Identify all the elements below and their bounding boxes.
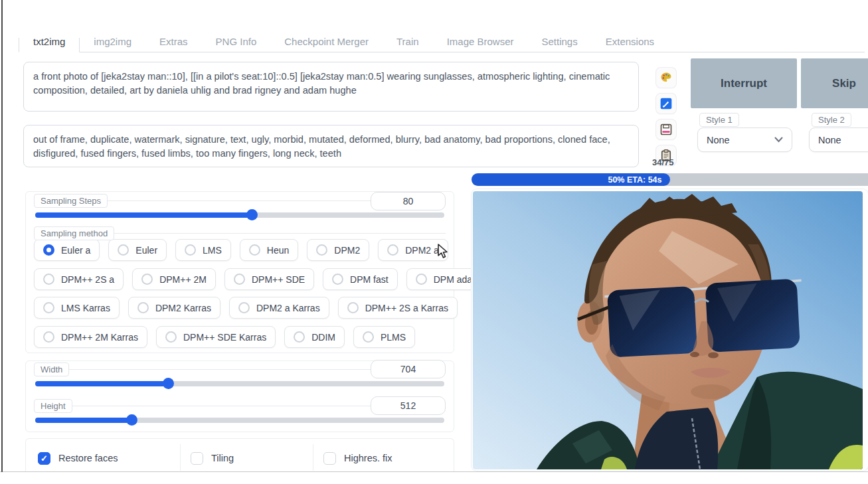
progress-bar-track: 50% ETA: 54s [472,173,868,186]
sampler-option-dpm-sde[interactable]: DPM++ SDE [224,268,314,290]
progress-bar-fill: 50% ETA: 54s [472,173,670,186]
progress-label: 50% ETA: 54s [608,175,661,185]
skip-button[interactable]: Skip [801,58,868,108]
width-slider[interactable] [35,381,444,386]
sampler-option-label: DPM++ 2M [159,274,207,285]
radio-icon [43,274,54,285]
sampler-option-label: Euler [135,245,157,256]
window-left-border [1,0,3,472]
sampler-option-euler-a[interactable]: Euler a [34,239,100,261]
sampler-option-dpm-2m[interactable]: DPM++ 2M [132,268,216,290]
sampler-option-dpm-sde-karras[interactable]: DPM++ SDE Karras [156,326,276,348]
sampler-option-plms[interactable]: PLMS [353,326,415,348]
sampler-option-label: Euler a [61,245,90,256]
checkbox-icon[interactable] [323,452,336,465]
interrupt-button[interactable]: Interrupt [691,58,797,108]
dimensions-card: Width 704 Height 512 [25,361,454,432]
radio-icon [43,244,54,256]
style-counter: 34/75 [652,157,681,167]
save-style-icon[interactable] [656,120,676,139]
sampler-option-label: DPM2 [334,245,360,256]
sampler-option-label: DPM fast [350,274,389,285]
style1-label: Style 1 [699,113,739,127]
generated-image-preview[interactable] [473,191,863,469]
radio-icon [165,331,177,343]
option-highres-fix[interactable]: Highres. fix [323,448,392,468]
prompt-input[interactable]: a front photo of [jeka2stay man::10], [[… [23,62,639,112]
radio-icon [185,244,196,256]
sampler-option-dpm2-karras[interactable]: DPM2 Karras [128,297,220,319]
radio-icon [387,244,398,256]
radio-icon [416,274,427,285]
option-label: Tiling [211,453,234,463]
palette-icon[interactable] [656,68,676,88]
sampler-option-lms[interactable]: LMS [175,239,231,261]
sampler-option-dpm2[interactable]: DPM2 [307,239,369,261]
sampler-row-3: LMS KarrasDPM2 KarrasDPM2 a KarrasDPM++ … [34,297,458,319]
radio-icon [347,302,359,313]
top-clip-area [3,0,868,38]
sampler-option-lms-karras[interactable]: LMS Karras [34,297,120,319]
sampler-option-label: LMS Karras [61,303,110,313]
radio-icon [137,302,149,313]
sampler-option-euler[interactable]: Euler [108,239,167,261]
sampler-option-label: DPM2 Karras [155,303,211,313]
option-tiling[interactable]: Tiling [191,448,234,468]
sampler-option-dpm-2s-a-karras[interactable]: DPM++ 2S a Karras [338,297,458,319]
option-label: Restore faces [58,453,118,463]
sampling-method-label: Sampling method [34,226,114,240]
slider-thumb[interactable] [163,378,174,389]
radio-icon [43,302,54,313]
negative-prompt-input[interactable]: out of frame, duplicate, watermark, sign… [23,125,639,167]
sampler-option-label: DPM2 a [405,245,439,256]
sampler-option-dpm-2m-karras[interactable]: DPM++ 2M Karras [34,326,147,348]
radio-icon [332,274,343,285]
sampling-steps-value[interactable]: 80 [371,192,446,210]
radio-icon [316,244,327,256]
sampler-row-1: Euler aEulerLMSHeunDPM2DPM2 a [34,239,448,261]
width-value[interactable]: 704 [371,360,446,378]
style2-value: None [818,135,841,145]
sampler-option-label: DPM++ SDE Karras [183,332,266,343]
sampler-option-label: DDIM [311,332,335,343]
brush-icon[interactable] [656,94,676,114]
sampler-option-label: DPM++ 2S a [61,274,114,285]
style2-label: Style 2 [812,113,851,127]
style1-dropdown[interactable]: None [697,127,792,152]
sampling-steps-label: Sampling Steps [34,194,108,208]
radio-icon [294,331,305,343]
checkbox-icon[interactable] [191,452,203,465]
sampling-card: Sampling Steps 80 Sampling method Euler … [25,191,454,353]
height-value[interactable]: 512 [371,396,446,415]
style1-value: None [707,135,730,145]
sampler-option-label: Heun [267,245,289,256]
sampler-option-ddim[interactable]: DDIM [284,326,345,348]
height-label: Height [34,399,72,413]
sampling-steps-slider[interactable] [35,212,444,218]
image-preview-card [472,189,868,471]
width-label: Width [34,363,69,376]
mouse-cursor [437,244,450,262]
sampler-option-label: DPM++ SDE [252,274,305,285]
slider-thumb[interactable] [246,209,258,220]
radio-icon [118,244,129,256]
style2-dropdown[interactable]: None [809,127,868,152]
radio-icon [363,331,374,343]
option-label: Highres. fix [344,453,392,463]
checkbox-checked-icon[interactable]: ✓ [38,452,50,465]
option-restore-faces[interactable]: ✓Restore faces [38,448,118,468]
sampler-option-dpm2-a-karras[interactable]: DPM2 a Karras [229,297,329,319]
sampler-option-dpm-fast[interactable]: DPM fast [323,268,398,290]
sampler-option-heun[interactable]: Heun [240,239,298,261]
radio-icon [249,244,260,256]
sampler-option-dpm-2s-a[interactable]: DPM++ 2S a [34,268,124,290]
slider-thumb[interactable] [126,414,137,426]
height-slider[interactable] [35,418,444,423]
radio-icon [141,274,153,285]
sampler-option-label: DPM2 a Karras [256,303,320,313]
window-bottom-border [0,471,868,472]
chevron-down-icon [774,137,783,143]
radio-icon [238,302,250,313]
radio-icon [234,274,245,285]
prompt-tools-column [656,68,676,165]
